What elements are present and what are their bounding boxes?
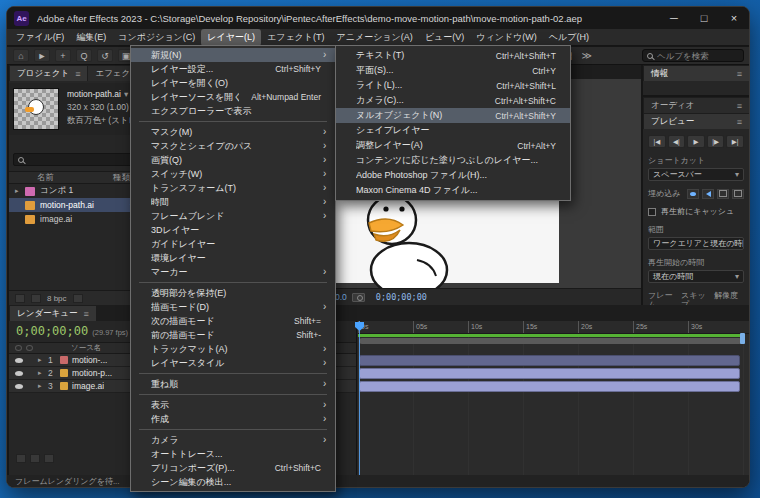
current-time-display[interactable]: 0;00;00;00(29.97 fps) (16, 324, 128, 338)
menubar-item[interactable]: ヘルプ(H) (543, 29, 595, 46)
menu-item[interactable]: レイヤーを開く(O) (131, 76, 335, 90)
tool-icon[interactable]: + (55, 49, 71, 62)
menu-item[interactable]: カメラ (131, 433, 335, 447)
workspace-icon[interactable]: ≫ (581, 50, 591, 61)
menu-item[interactable]: 新規(N) (131, 48, 335, 62)
menu-item[interactable]: マスクとシェイプのパス (131, 139, 335, 153)
menu-item[interactable]: 作成 (131, 412, 335, 426)
panel-menu-icon[interactable] (75, 69, 80, 79)
include-audio-icon[interactable] (702, 189, 714, 199)
transfer-controls-icon[interactable] (44, 454, 54, 463)
menu-item[interactable]: 調整レイヤー(A) Ctrl+Alt+Y (336, 138, 570, 153)
trash-icon[interactable] (73, 294, 83, 303)
menubar-item[interactable]: レイヤー(L) (201, 29, 261, 46)
graph-editor-icon[interactable] (30, 454, 40, 463)
menu-item[interactable]: マスク(M) (131, 125, 335, 139)
menu-item[interactable]: 透明部分を保持(E) (131, 286, 335, 300)
time-ruler-tick[interactable]: 20s (578, 321, 633, 333)
menu-item[interactable] (131, 370, 335, 377)
menu-item[interactable]: Adobe Photoshop ファイル(H)... (336, 168, 570, 183)
menu-item[interactable]: シーン編集の検出... (131, 475, 335, 489)
menu-item[interactable]: 3Dレイヤー (131, 223, 335, 237)
tool-icon[interactable]: ↺ (97, 49, 113, 62)
include-overlays-icon[interactable] (717, 189, 729, 199)
menu-item[interactable]: フレームブレンド (131, 209, 335, 223)
visibility-eye-icon[interactable] (14, 357, 24, 364)
visibility-eye-icon[interactable] (14, 370, 24, 377)
layer-duration-bar[interactable] (359, 368, 740, 379)
range-select[interactable]: ワークエリアと現在の時間 (648, 237, 744, 250)
menubar-item[interactable]: ビュー(V) (419, 29, 470, 46)
menu-item[interactable] (131, 118, 335, 125)
twirl-icon[interactable] (38, 356, 48, 364)
menu-item[interactable] (131, 391, 335, 398)
menu-item[interactable]: レイヤー設定... Ctrl+Shift+Y (131, 62, 335, 76)
menu-item[interactable]: テキスト(T) Ctrl+Alt+Shift+T (336, 48, 570, 63)
menu-item[interactable]: トランスフォーム(T) (131, 181, 335, 195)
help-search-input[interactable] (657, 51, 737, 61)
menu-item[interactable]: 画質(Q) (131, 153, 335, 167)
column-type[interactable]: 種類 (113, 172, 130, 184)
menu-item[interactable]: カメラ(C)... Ctrl+Alt+Shift+C (336, 93, 570, 108)
work-area-bar[interactable] (359, 338, 742, 344)
menu-item[interactable]: レイヤースタイル (131, 356, 335, 370)
menubar-item[interactable]: ウィンドウ(W) (470, 29, 543, 46)
menu-item[interactable]: 平面(S)... Ctrl+Y (336, 63, 570, 78)
cache-before-playback-row[interactable]: 再生前にキャッシュ (648, 206, 744, 217)
layer-color-chip[interactable] (60, 356, 68, 364)
menu-item[interactable]: プリコンポーズ(P)... Ctrl+Shift+C (131, 461, 335, 475)
panel-menu-icon[interactable] (737, 117, 742, 127)
include-layer-controls-icon[interactable] (732, 189, 744, 199)
menu-item[interactable]: エクスプローラーで表示 (131, 104, 335, 118)
menu-item[interactable]: ライト(L)... Ctrl+Alt+Shift+L (336, 78, 570, 93)
menu-item[interactable] (131, 426, 335, 433)
menu-item[interactable]: 環境レイヤー (131, 251, 335, 265)
menubar-item[interactable]: ファイル(F) (10, 29, 70, 46)
work-area-end-handle[interactable] (740, 333, 745, 344)
menu-item[interactable] (131, 279, 335, 286)
transport-button[interactable]: ▶ (687, 135, 705, 148)
time-ruler-tick[interactable]: 30s (688, 321, 743, 333)
timeline-track-area[interactable]: 0s05s10s15s20s25s30s (358, 321, 749, 477)
minimize-button[interactable]: ─ (659, 7, 689, 29)
menu-item[interactable]: スイッチ(W) (131, 167, 335, 181)
layer-color-chip[interactable] (60, 382, 68, 390)
menubar-item[interactable]: 編集(E) (70, 29, 112, 46)
transport-button[interactable]: |▶ (707, 135, 725, 148)
menubar-item[interactable]: エフェクト(T) (261, 29, 331, 46)
interpret-footage-icon[interactable] (15, 294, 25, 303)
transport-button[interactable]: ◀| (668, 135, 686, 148)
transport-button[interactable]: ▶| (726, 135, 744, 148)
layer-duration-bar[interactable] (359, 355, 740, 366)
menubar-item[interactable]: アニメーション(A) (331, 29, 419, 46)
visibility-eye-icon[interactable] (14, 383, 24, 390)
layer-duration-bar[interactable] (359, 381, 740, 392)
time-ruler-tick[interactable]: 05s (413, 321, 468, 333)
maximize-button[interactable]: □ (689, 7, 719, 29)
menu-item[interactable]: レイヤーソースを開く(U) Alt+Numpad Enter (131, 90, 335, 104)
menu-item[interactable]: 重ね順 (131, 377, 335, 391)
menu-item[interactable]: 描画モード(D) (131, 300, 335, 314)
menu-item[interactable]: 次の描画モード Shift+= (131, 314, 335, 328)
menu-item[interactable]: Maxon Cinema 4D ファイル... (336, 183, 570, 198)
twirl-icon[interactable] (15, 187, 25, 195)
panel-menu-icon[interactable] (737, 69, 742, 79)
menu-item[interactable]: トラックマット(A) (131, 342, 335, 356)
menu-item[interactable]: シェイプレイヤー (336, 123, 570, 138)
tab-audio[interactable]: オーディオ (644, 98, 749, 113)
time-ruler-tick[interactable]: 0s (358, 321, 413, 333)
new-folder-icon[interactable] (31, 294, 41, 303)
shortcut-select[interactable]: スペースバー (648, 168, 744, 181)
panel-menu-icon[interactable] (84, 309, 89, 319)
menubar-item[interactable]: コンポジション(C) (112, 29, 201, 46)
play-from-select[interactable]: 現在の時間 (648, 270, 744, 283)
help-search-box[interactable] (642, 49, 744, 62)
menu-item[interactable]: ヌルオブジェクト(N) Ctrl+Alt+Shift+Y (336, 108, 570, 123)
tool-icon[interactable]: Q (76, 49, 92, 62)
time-ruler-tick[interactable]: 10s (468, 321, 523, 333)
time-ruler-tick[interactable]: 15s (523, 321, 578, 333)
tool-icon[interactable]: ⌂ (13, 49, 29, 62)
snapshot-camera-icon[interactable] (352, 293, 365, 302)
layer-color-chip[interactable] (60, 369, 68, 377)
time-ruler-tick[interactable]: 25s (633, 321, 688, 333)
